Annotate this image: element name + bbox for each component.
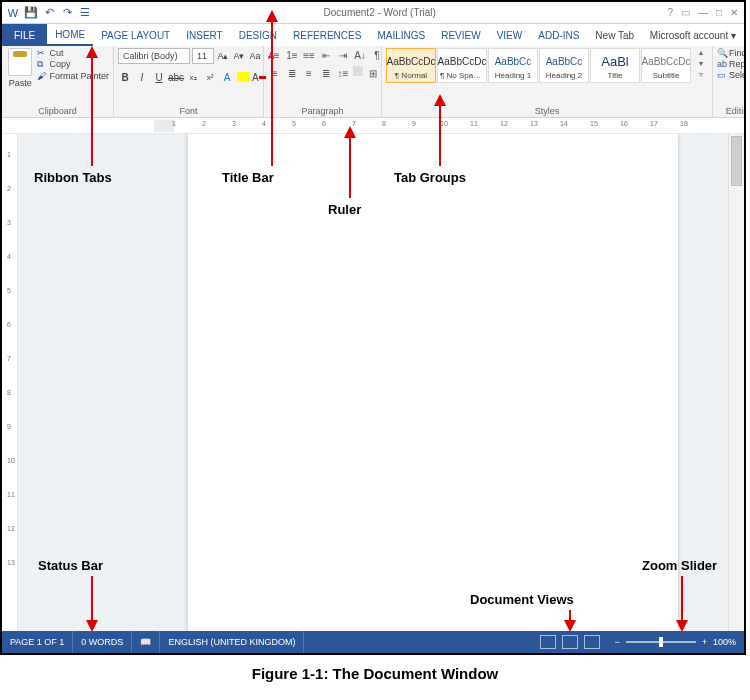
align-center-icon[interactable]: ≣: [285, 66, 299, 80]
decrease-indent-icon[interactable]: ⇤: [319, 48, 333, 62]
line-spacing-icon[interactable]: ↕≡: [336, 66, 350, 80]
account-menu[interactable]: Microsoft account ▾: [650, 24, 744, 46]
font-name-select[interactable]: Calibri (Body): [118, 48, 190, 64]
style-no-spacing[interactable]: AaBbCcDc ¶ No Spac…: [437, 48, 487, 83]
shrink-font-icon[interactable]: A▾: [232, 48, 246, 64]
superscript-button[interactable]: x²: [203, 70, 217, 84]
select-button[interactable]: ▭Select ▾: [717, 70, 746, 80]
styles-gallery-expand[interactable]: ▴▾▿: [694, 48, 708, 79]
tab-view[interactable]: VIEW: [489, 24, 531, 46]
tab-insert[interactable]: INSERT: [178, 24, 231, 46]
undo-icon[interactable]: ↶: [42, 6, 56, 20]
scrollbar-thumb[interactable]: [731, 136, 742, 186]
grow-font-icon[interactable]: A▴: [216, 48, 230, 64]
group-label-paragraph: Paragraph: [268, 106, 377, 116]
zoom-in-icon[interactable]: +: [702, 637, 707, 647]
align-right-icon[interactable]: ≡: [302, 66, 316, 80]
status-page[interactable]: PAGE 1 OF 1: [2, 631, 73, 653]
group-paragraph: •≡ 1≡ ≡≡ ⇤ ⇥ A↓ ¶ ≡ ≣ ≡ ≣ ↕≡ ⊞: [264, 46, 382, 117]
vertical-scrollbar[interactable]: [728, 134, 744, 631]
tab-home[interactable]: HOME: [47, 24, 93, 46]
tab-mailings[interactable]: MAILINGS: [369, 24, 433, 46]
status-language[interactable]: ENGLISH (UNITED KINGDOM): [160, 631, 304, 653]
group-label-editing: Editing: [717, 106, 746, 116]
document-area: 12345678910111213: [2, 134, 744, 631]
help-icon[interactable]: ?: [667, 7, 673, 18]
paste-button[interactable]: Paste: [6, 48, 34, 88]
tab-design[interactable]: DESIGN: [231, 24, 285, 46]
status-words[interactable]: 0 WORDS: [73, 631, 132, 653]
text-effects-icon[interactable]: A: [220, 70, 234, 84]
document-page[interactable]: [188, 134, 678, 631]
change-case-icon[interactable]: Aa: [248, 48, 262, 64]
redo-icon[interactable]: ↷: [60, 6, 74, 20]
copy-button[interactable]: ⧉Copy: [37, 59, 109, 70]
tab-references[interactable]: REFERENCES: [285, 24, 369, 46]
underline-button[interactable]: U: [152, 70, 166, 84]
zoom-slider[interactable]: − + 100%: [606, 637, 744, 647]
group-editing: 🔍Find ▾ abReplace ▭Select ▾ Editing: [713, 46, 746, 117]
style-subtitle[interactable]: AaBbCcDc Subtitle: [641, 48, 691, 83]
status-bar: PAGE 1 OF 1 0 WORDS 📖 ENGLISH (UNITED KI…: [2, 631, 744, 653]
cut-button[interactable]: ✂Cut: [37, 48, 109, 58]
read-mode-view-icon[interactable]: [540, 635, 556, 649]
figure-caption: Figure 1-1: The Document Window: [0, 655, 750, 682]
italic-button[interactable]: I: [135, 70, 149, 84]
align-left-icon[interactable]: ≡: [268, 66, 282, 80]
customize-qat-icon[interactable]: ☰: [78, 6, 92, 20]
zoom-out-icon[interactable]: −: [614, 637, 619, 647]
bullets-icon[interactable]: •≡: [268, 48, 282, 62]
font-size-select[interactable]: 11: [192, 48, 214, 64]
minimize-icon[interactable]: —: [698, 7, 708, 18]
tab-review[interactable]: REVIEW: [433, 24, 488, 46]
find-button[interactable]: 🔍Find ▾: [717, 48, 746, 58]
print-layout-view-icon[interactable]: [562, 635, 578, 649]
document-views: [534, 635, 606, 649]
multilevel-list-icon[interactable]: ≡≡: [302, 48, 316, 62]
tab-new[interactable]: New Tab: [587, 24, 642, 46]
style-title[interactable]: AaBl Title: [590, 48, 640, 83]
word-window: W 💾 ↶ ↷ ☰ Document2 - Word (Trial) ? ▭ —…: [0, 0, 746, 655]
title-bar: W 💾 ↶ ↷ ☰ Document2 - Word (Trial) ? ▭ —…: [2, 2, 744, 24]
document-title: Document2 - Word (Trial): [92, 7, 667, 18]
tab-file[interactable]: FILE: [2, 24, 47, 46]
group-clipboard: Paste ✂Cut ⧉Copy 🖌Format Painter Clipboa…: [2, 46, 114, 117]
highlight-icon[interactable]: [237, 72, 249, 82]
sort-icon[interactable]: A↓: [353, 48, 367, 62]
justify-icon[interactable]: ≣: [319, 66, 333, 80]
ribbon-display-options-icon[interactable]: ▭: [681, 7, 690, 18]
save-icon[interactable]: 💾: [24, 6, 38, 20]
vertical-ruler[interactable]: 12345678910111213: [2, 134, 18, 631]
close-icon[interactable]: ✕: [730, 7, 738, 18]
style-heading-2[interactable]: AaBbCc Heading 2: [539, 48, 589, 83]
strikethrough-button[interactable]: abc: [169, 70, 183, 84]
bold-button[interactable]: B: [118, 70, 132, 84]
group-label-font: Font: [118, 106, 259, 116]
group-label-clipboard: Clipboard: [6, 106, 109, 116]
ribbon: Paste ✂Cut ⧉Copy 🖌Format Painter Clipboa…: [2, 46, 744, 118]
maximize-icon[interactable]: □: [716, 7, 722, 18]
paste-icon: [8, 48, 32, 76]
window-controls: ? ▭ — □ ✕: [667, 7, 744, 18]
tab-addins[interactable]: ADD-INS: [530, 24, 587, 46]
style-normal[interactable]: AaBbCcDc ¶ Normal: [386, 48, 436, 83]
zoom-thumb[interactable]: [659, 637, 663, 647]
tab-page-layout[interactable]: PAGE LAYOUT: [93, 24, 178, 46]
borders-icon[interactable]: ⊞: [366, 66, 380, 80]
page-container: [18, 134, 728, 631]
zoom-value[interactable]: 100%: [713, 637, 736, 647]
numbering-icon[interactable]: 1≡: [285, 48, 299, 62]
group-font: Calibri (Body) 11 A▴ A▾ Aa A̶ B I U abc …: [114, 46, 264, 117]
status-proofing-icon[interactable]: 📖: [132, 631, 160, 653]
style-heading-1[interactable]: AaBbCc Heading 1: [488, 48, 538, 83]
quick-access-toolbar: W 💾 ↶ ↷ ☰: [2, 6, 92, 20]
word-logo-icon: W: [6, 6, 20, 20]
format-painter-button[interactable]: 🖌Format Painter: [37, 71, 109, 81]
shading-icon[interactable]: [353, 66, 363, 76]
replace-button[interactable]: abReplace: [717, 59, 746, 69]
zoom-track[interactable]: [626, 641, 696, 643]
web-layout-view-icon[interactable]: [584, 635, 600, 649]
subscript-button[interactable]: x₂: [186, 70, 200, 84]
horizontal-ruler[interactable]: 123456789101112131415161718: [2, 118, 744, 134]
increase-indent-icon[interactable]: ⇥: [336, 48, 350, 62]
